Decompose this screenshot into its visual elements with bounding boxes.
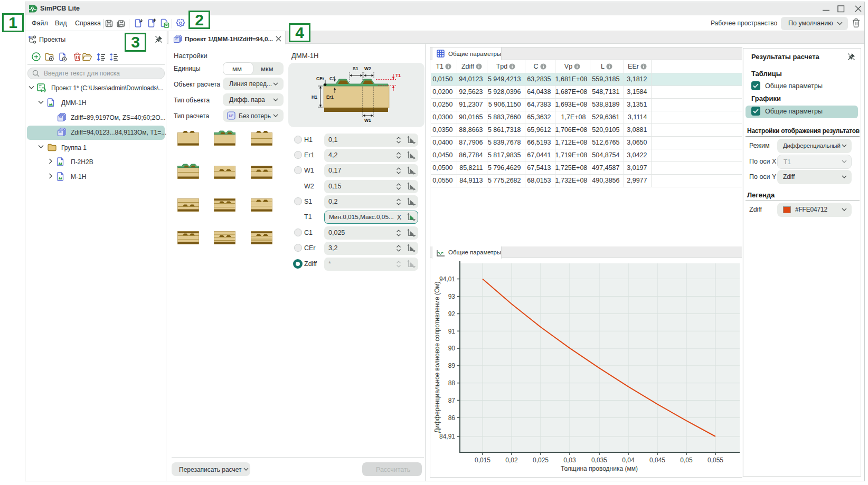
svg-text:SP: SP	[59, 116, 62, 119]
svg-text:0,02: 0,02	[505, 457, 518, 464]
svg-text:T1: T1	[395, 73, 401, 78]
svg-text:94,01: 94,01	[439, 275, 455, 283]
svg-text:0,05: 0,05	[680, 457, 693, 464]
svg-text:W2: W2	[364, 66, 371, 71]
svg-text:87: 87	[448, 397, 456, 404]
svg-text:H1: H1	[312, 94, 317, 100]
svg-text:S1: S1	[353, 66, 358, 71]
svg-text:0,055: 0,055	[707, 457, 723, 464]
svg-text:90: 90	[448, 345, 456, 352]
svg-text:91: 91	[448, 328, 456, 335]
svg-text:0,035: 0,035	[591, 457, 607, 464]
svg-text:UF: UF	[229, 114, 233, 118]
svg-text:84,91: 84,91	[439, 433, 455, 440]
svg-text:92: 92	[448, 310, 456, 318]
svg-text:0,04: 0,04	[622, 457, 635, 464]
svg-text:88: 88	[448, 379, 456, 387]
svg-text:Толщина проводника (мм): Толщина проводника (мм)	[561, 465, 638, 472]
svg-text:86: 86	[448, 414, 456, 422]
svg-text:W1: W1	[364, 118, 371, 123]
svg-text:UF: UF	[59, 131, 62, 134]
svg-text:CEr: CEr	[316, 76, 325, 81]
svg-text:0,045: 0,045	[649, 457, 665, 464]
svg-text:89: 89	[448, 362, 456, 369]
svg-text:Дифференциальное волновое сопр: Дифференциальное волновое сопротивление …	[433, 281, 441, 433]
svg-text:Er1: Er1	[326, 94, 334, 100]
svg-text:UF: UF	[175, 37, 178, 40]
svg-text:93: 93	[448, 293, 456, 300]
svg-text:0,025: 0,025	[533, 457, 549, 464]
svg-text:0,03: 0,03	[563, 457, 576, 464]
svg-text:0,015: 0,015	[475, 457, 490, 464]
